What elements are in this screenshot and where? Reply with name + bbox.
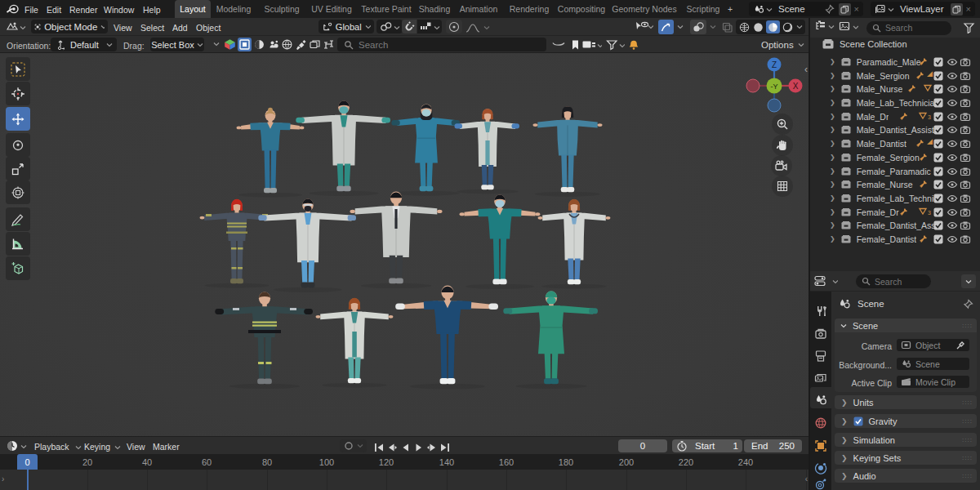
svg-text:Z: Z: [772, 60, 777, 69]
svg-text:-Y: -Y: [771, 82, 778, 91]
svg-text:X: X: [793, 82, 799, 91]
